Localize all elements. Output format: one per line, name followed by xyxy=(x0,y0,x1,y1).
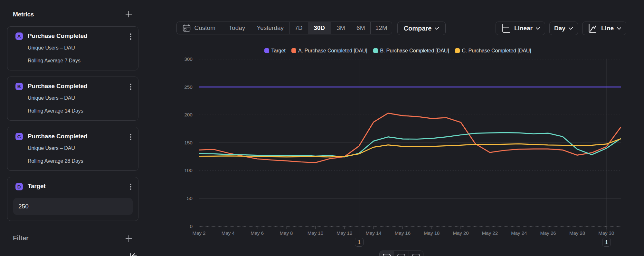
svg-text:300: 300 xyxy=(184,56,193,62)
svg-text:May 14: May 14 xyxy=(365,230,381,236)
svg-text:250: 250 xyxy=(184,84,193,90)
svg-text:May 10: May 10 xyxy=(308,230,323,236)
svg-text:May 24: May 24 xyxy=(511,230,527,236)
svg-text:100: 100 xyxy=(184,168,193,173)
svg-text:May 28: May 28 xyxy=(569,230,585,236)
svg-text:May 20: May 20 xyxy=(453,230,469,236)
svg-text:May 8: May 8 xyxy=(280,230,293,236)
svg-text:May 6: May 6 xyxy=(251,230,264,236)
svg-text:May 2: May 2 xyxy=(193,230,206,236)
svg-text:50: 50 xyxy=(187,196,193,201)
svg-text:May 4: May 4 xyxy=(222,230,235,236)
svg-text:May 26: May 26 xyxy=(540,230,556,236)
svg-text:May 30: May 30 xyxy=(598,230,614,236)
svg-text:0: 0 xyxy=(190,224,193,229)
svg-text:May 12: May 12 xyxy=(336,230,352,236)
svg-text:May 22: May 22 xyxy=(482,230,498,236)
svg-text:May 18: May 18 xyxy=(424,230,440,236)
svg-text:200: 200 xyxy=(184,112,193,117)
svg-text:May 16: May 16 xyxy=(395,230,411,236)
svg-text:150: 150 xyxy=(184,140,193,145)
